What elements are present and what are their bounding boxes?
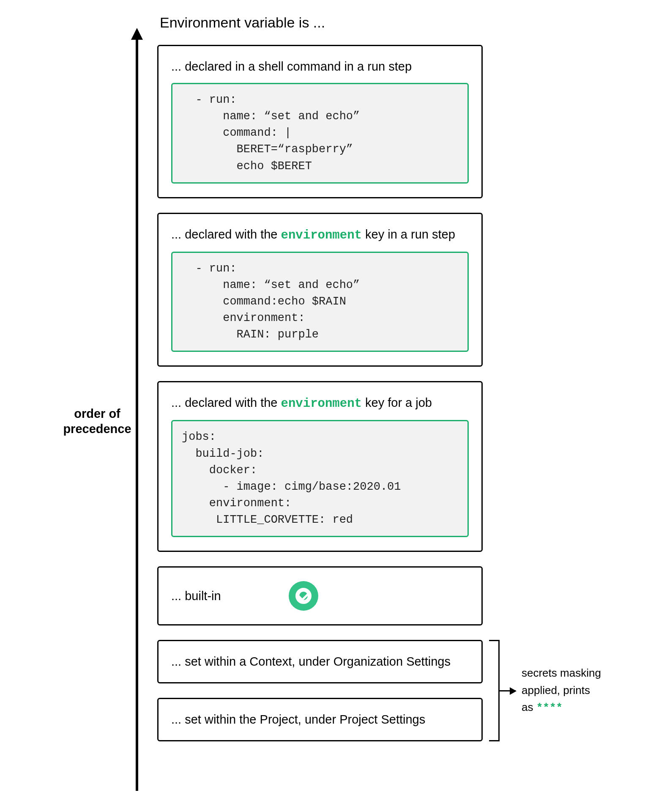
box-job-env-desc-post: key for a job bbox=[362, 396, 432, 409]
box-run-env-key: ... declared with the environment key in… bbox=[157, 213, 483, 367]
box-job-env-desc: ... declared with the environment key fo… bbox=[171, 396, 469, 411]
box-job-env-desc-pre: ... declared with the bbox=[171, 396, 281, 409]
box-shell-code: - run: name: “set and echo” command: | B… bbox=[171, 83, 469, 184]
box-job-env-code: jobs: build-job: docker: - image: cimg/b… bbox=[171, 420, 469, 537]
box-job-env-desc-kw: environment bbox=[281, 397, 362, 411]
box-shell-run-step: ... declared in a shell command in a run… bbox=[157, 45, 483, 198]
box-project-settings: ... set within the Project, under Projec… bbox=[157, 698, 483, 741]
side-note-line2: applied, prints bbox=[522, 684, 590, 697]
box-shell-desc: ... declared in a shell command in a run… bbox=[171, 60, 469, 74]
circleci-logo-icon bbox=[289, 581, 318, 611]
box-run-env-code: - run: name: “set and echo” command:echo… bbox=[171, 252, 469, 352]
box-run-env-desc-post: key in a run step bbox=[362, 228, 455, 241]
side-note-line1: secrets masking bbox=[522, 667, 601, 679]
secrets-masking-note: secrets masking applied, prints as **** bbox=[522, 664, 631, 716]
box-context-desc: ... set within a Context, under Organiza… bbox=[171, 655, 469, 669]
box-run-env-desc: ... declared with the environment key in… bbox=[171, 228, 469, 242]
side-note-mask: **** bbox=[536, 702, 563, 714]
axis-label-line2: precedence bbox=[63, 422, 131, 436]
box-builtin-desc: ... built-in bbox=[171, 589, 221, 603]
box-job-env-key: ... declared with the environment key fo… bbox=[157, 381, 483, 552]
box-run-env-desc-pre: ... declared with the bbox=[171, 228, 281, 241]
box-builtin: ... built-in bbox=[157, 566, 483, 625]
side-note-line3-pre: as bbox=[522, 701, 536, 713]
axis-label: order of precedence bbox=[55, 406, 139, 437]
box-run-env-desc-kw: environment bbox=[281, 228, 362, 242]
side-arrow-icon bbox=[500, 690, 516, 691]
diagram-heading: Environment variable is ... bbox=[160, 14, 325, 31]
precedence-arrow-icon bbox=[136, 38, 138, 791]
box-project-desc: ... set within the Project, under Projec… bbox=[171, 713, 469, 727]
box-context-settings: ... set within a Context, under Organiza… bbox=[157, 640, 483, 683]
boxes-column: ... declared in a shell command in a run… bbox=[157, 45, 483, 756]
secrets-bracket-icon bbox=[490, 640, 500, 741]
axis-label-line1: order of bbox=[74, 407, 120, 420]
